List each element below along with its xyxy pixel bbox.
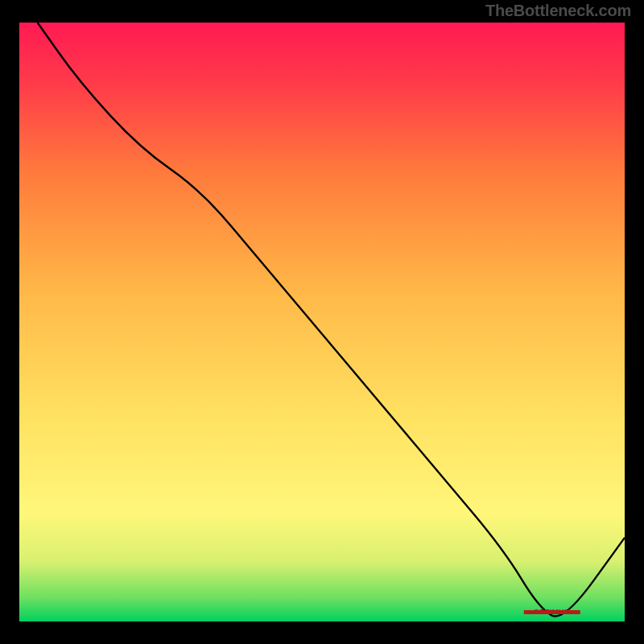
bottleneck-plot bbox=[0, 0, 644, 644]
optimum-label: OPTIMUM bbox=[524, 608, 580, 616]
chart-stage: TheBottleneck.com OPTIMUM bbox=[0, 0, 644, 644]
plot-background bbox=[19, 23, 625, 621]
